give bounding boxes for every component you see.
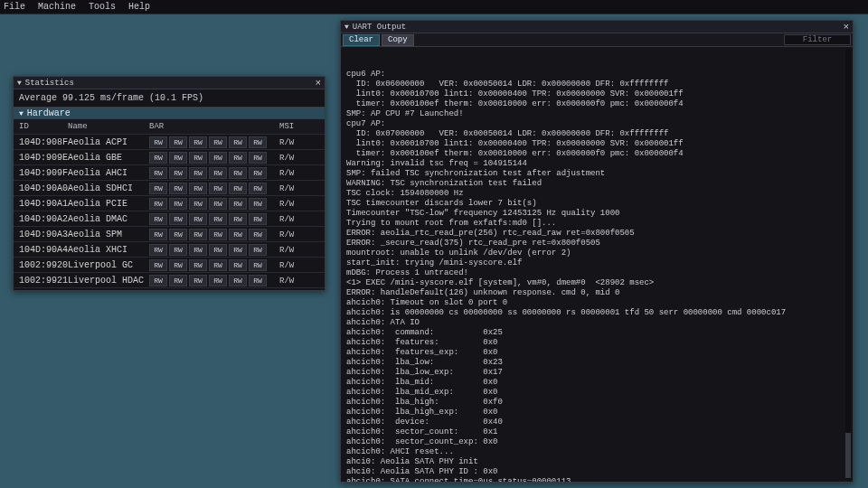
statistics-titlebar[interactable]: ▼ Statistics × [14,77,325,89]
menu-file[interactable]: File [4,2,25,12]
bar-rw-button[interactable]: RW [189,136,207,148]
bar-rw-button[interactable]: RW [229,244,247,256]
collapse-icon[interactable]: ▼ [17,79,22,87]
bar-rw-button[interactable]: RW [189,229,207,240]
bar-rw-button[interactable]: RW [229,275,247,286]
bar-rw-button[interactable]: RW [229,259,247,271]
hardware-label: Hardware [27,108,71,118]
close-icon[interactable]: × [315,78,321,89]
bar-rw-button[interactable]: RW [229,198,247,210]
bar-rw-button[interactable]: RW [249,183,267,194]
bar-rw-button[interactable]: RW [149,183,167,194]
msi-cell: R/W [274,199,310,209]
device-id: 1002:9921 [14,276,68,286]
bar-rw-button[interactable]: RW [189,183,207,194]
bar-cell: RWRWRWRWRWRW [149,213,274,225]
device-id: 104D:909E [14,153,68,163]
fps-average: Average 99.125 ms/frame (10.1 FPS) [14,89,325,107]
bar-rw-button[interactable]: RW [249,244,267,256]
collapse-icon[interactable]: ▼ [19,109,24,117]
bar-rw-button[interactable]: RW [229,152,247,164]
scrollbar[interactable] [845,49,851,480]
bar-cell: RWRWRWRWRWRW [149,136,274,148]
filter-input[interactable] [784,34,851,45]
bar-rw-button[interactable]: RW [249,198,267,210]
bar-rw-button[interactable]: RW [249,213,267,225]
msi-cell: R/W [274,245,310,255]
table-header-row: ID Name BAR MSI [14,119,325,135]
bar-rw-button[interactable]: RW [249,167,267,179]
bar-rw-button[interactable]: RW [149,229,167,240]
bar-rw-button[interactable]: RW [189,152,207,164]
col-header-msi: MSI [274,122,310,131]
bar-rw-button[interactable]: RW [169,244,187,256]
bar-rw-button[interactable]: RW [149,152,167,164]
bar-cell: RWRWRWRWRWRW [149,244,274,256]
bar-rw-button[interactable]: RW [169,213,187,225]
menu-machine[interactable]: Machine [38,2,76,12]
bar-rw-button[interactable]: RW [149,213,167,225]
bar-rw-button[interactable]: RW [249,136,267,148]
msi-cell: R/W [274,260,310,270]
menu-tools[interactable]: Tools [89,2,116,12]
bar-rw-button[interactable]: RW [249,229,267,240]
bar-rw-button[interactable]: RW [189,213,207,225]
bar-rw-button[interactable]: RW [189,198,207,210]
menu-help[interactable]: Help [128,2,150,12]
bar-rw-button[interactable]: RW [209,275,227,286]
bar-rw-button[interactable]: RW [169,136,187,148]
table-row: 104D:90A1Aeolia PCIERWRWRWRWRWRWR/W [14,196,325,211]
bar-rw-button[interactable]: RW [209,167,227,179]
bar-rw-button[interactable]: RW [169,183,187,194]
bar-rw-button[interactable]: RW [209,136,227,148]
bar-rw-button[interactable]: RW [189,259,207,271]
bar-rw-button[interactable]: RW [189,275,207,286]
copy-button[interactable]: Copy [382,34,414,46]
bar-rw-button[interactable]: RW [229,167,247,179]
device-id: 104D:90A2 [14,214,68,224]
bar-rw-button[interactable]: RW [209,259,227,271]
bar-rw-button[interactable]: RW [209,183,227,194]
device-id: 104D:908F [14,137,68,147]
bar-rw-button[interactable]: RW [149,167,167,179]
bar-rw-button[interactable]: RW [169,152,187,164]
bar-rw-button[interactable]: RW [189,244,207,256]
bar-rw-button[interactable]: RW [149,259,167,271]
uart-log[interactable]: cpu6 AP: ID: 0x06000000 VER: 0x00050014 … [341,47,853,482]
table-row: 1002:9921Liverpool HDACRWRWRWRWRWRWR/W [14,273,325,288]
clear-button[interactable]: Clear [343,34,380,46]
bar-rw-button[interactable]: RW [229,183,247,194]
collapse-icon[interactable]: ▼ [344,23,349,31]
uart-toolbar: Clear Copy [341,33,853,47]
bar-rw-button[interactable]: RW [169,229,187,240]
window-title: UART Output [353,23,406,32]
close-icon[interactable]: × [843,22,849,33]
bar-rw-button[interactable]: RW [209,198,227,210]
bar-rw-button[interactable]: RW [209,229,227,240]
bar-rw-button[interactable]: RW [149,244,167,256]
bar-rw-button[interactable]: RW [149,275,167,286]
col-header-id: ID [14,122,68,131]
bar-rw-button[interactable]: RW [209,152,227,164]
scrollbar-thumb[interactable] [845,433,851,478]
uart-titlebar[interactable]: ▼ UART Output × [341,21,853,33]
bar-rw-button[interactable]: RW [209,244,227,256]
bar-rw-button[interactable]: RW [189,167,207,179]
bar-rw-button[interactable]: RW [229,136,247,148]
bar-rw-button[interactable]: RW [149,136,167,148]
bar-rw-button[interactable]: RW [249,152,267,164]
bar-rw-button[interactable]: RW [169,198,187,210]
bar-rw-button[interactable]: RW [229,229,247,240]
table-row: 104D:90A3Aeolia SPMRWRWRWRWRWRWR/W [14,227,325,242]
bar-rw-button[interactable]: RW [169,259,187,271]
device-id: 1002:9920 [14,260,68,270]
bar-rw-button[interactable]: RW [169,167,187,179]
hardware-section-header[interactable]: ▼ Hardware [14,107,325,119]
bar-rw-button[interactable]: RW [169,275,187,286]
bar-rw-button[interactable]: RW [209,213,227,225]
bar-rw-button[interactable]: RW [249,275,267,286]
bar-rw-button[interactable]: RW [149,198,167,210]
bar-rw-button[interactable]: RW [249,259,267,271]
bar-rw-button[interactable]: RW [229,213,247,225]
table-row: 1002:9920Liverpool GCRWRWRWRWRWRWR/W [14,258,325,273]
